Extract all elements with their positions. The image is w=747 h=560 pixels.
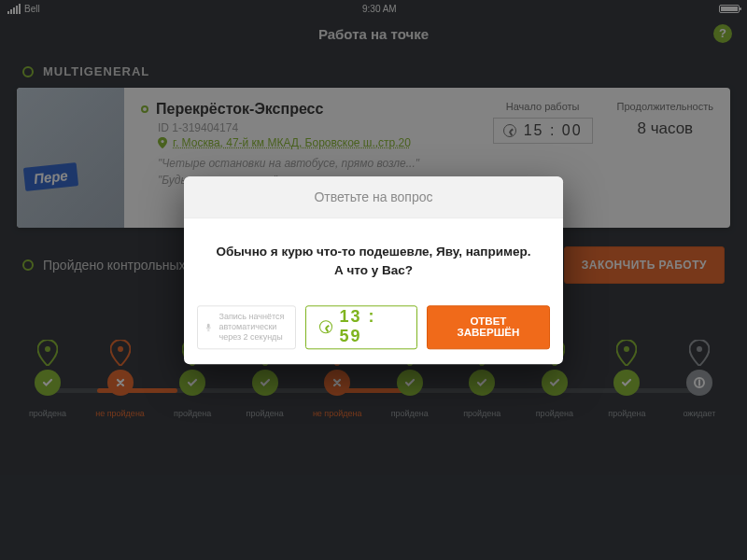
svg-rect-13 — [207, 323, 210, 328]
answer-timer-value: 13 : 59 — [340, 308, 403, 347]
clock-icon — [319, 321, 332, 334]
question-line1: Обычно я курю что-то подешевле, Яву, нап… — [210, 243, 537, 261]
recording-hint-text: Запись начнётся автоматически через 2 се… — [218, 312, 287, 343]
question-line2: А что у Вас? — [210, 262, 537, 281]
recording-hint: Запись начнётся автоматически через 2 се… — [197, 305, 296, 350]
answer-done-button[interactable]: ОТВЕТ ЗАВЕРШЁН — [427, 305, 550, 350]
mic-icon — [205, 315, 211, 340]
question-modal: Ответьте на вопрос Обычно я курю что-то … — [184, 176, 563, 364]
modal-title: Ответьте на вопрос — [184, 176, 563, 218]
answer-timer: 13 : 59 — [305, 305, 417, 350]
